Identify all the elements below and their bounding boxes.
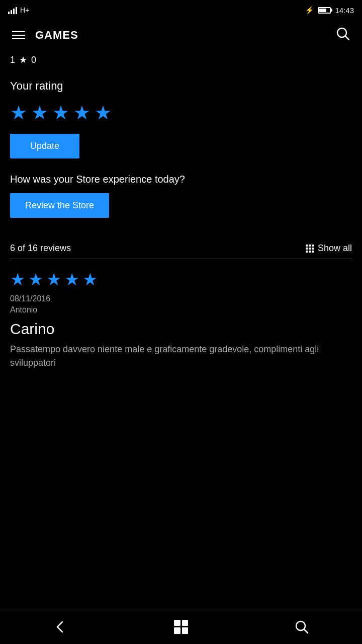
status-right: ⚡ 14:43 <box>305 6 354 15</box>
hamburger-line <box>12 31 25 32</box>
rating-summary: 1 ★ 0 <box>0 50 362 69</box>
hamburger-menu-button[interactable] <box>8 27 29 43</box>
review-star-2: ★ <box>28 269 43 289</box>
your-rating-section: Your rating ★ ★ ★ ★ ★ Update <box>0 69 362 174</box>
charging-icon: ⚡ <box>305 6 314 14</box>
review-body: Passatempo davvero niente male e grafica… <box>10 343 352 370</box>
bottom-navigation <box>0 609 362 644</box>
reviews-count: 6 of 16 reviews <box>10 243 71 254</box>
review-star-1: ★ <box>10 269 25 289</box>
star-4[interactable]: ★ <box>73 102 90 124</box>
review-date: 08/11/2016 <box>10 294 352 303</box>
grid-icon <box>306 245 314 253</box>
app-header: GAMES <box>0 20 362 50</box>
review-title: Carino <box>10 320 352 338</box>
update-rating-button[interactable]: Update <box>10 134 79 158</box>
store-experience-question: How was your Store experience today? <box>0 174 362 185</box>
reviews-header: 6 of 16 reviews Show all <box>0 243 362 254</box>
rating-star-icon: ★ <box>19 54 27 65</box>
back-arrow-icon <box>53 620 67 634</box>
hamburger-line <box>12 35 25 36</box>
show-all-button[interactable]: Show all <box>306 243 352 254</box>
review-author: Antonio <box>10 305 352 314</box>
star-5[interactable]: ★ <box>95 102 112 124</box>
signal-bars-icon <box>8 6 17 14</box>
search-icon <box>336 27 350 41</box>
back-button[interactable] <box>43 615 77 639</box>
page-title: GAMES <box>35 29 332 42</box>
hamburger-line <box>12 38 25 39</box>
status-left: H+ <box>8 6 29 14</box>
review-star-3: ★ <box>46 269 61 289</box>
rating-stars-row[interactable]: ★ ★ ★ ★ ★ <box>10 102 352 124</box>
search-nav-icon <box>295 620 309 634</box>
show-all-label: Show all <box>318 243 352 254</box>
your-rating-label: Your rating <box>10 79 352 93</box>
reviews-divider <box>10 259 352 259</box>
review-star-4: ★ <box>64 269 79 289</box>
review-item: ★ ★ ★ ★ ★ 08/11/2016 Antonio Carino Pass… <box>0 269 362 370</box>
home-button[interactable] <box>164 615 198 639</box>
star-3[interactable]: ★ <box>52 102 69 124</box>
windows-logo-icon <box>174 620 188 634</box>
svg-line-1 <box>345 36 349 40</box>
search-button[interactable] <box>332 23 354 48</box>
review-stars: ★ ★ ★ ★ ★ <box>10 269 352 289</box>
star-2[interactable]: ★ <box>31 102 48 124</box>
network-type: H+ <box>20 6 29 14</box>
search-nav-button[interactable] <box>285 615 319 639</box>
star-1[interactable]: ★ <box>10 102 27 124</box>
rating-number: 1 <box>10 55 15 65</box>
svg-line-3 <box>304 629 308 633</box>
time-display: 14:43 <box>335 6 354 15</box>
review-store-button[interactable]: Review the Store <box>10 193 109 218</box>
status-bar: H+ ⚡ 14:43 <box>0 0 362 20</box>
rating-count: 0 <box>31 55 36 65</box>
review-star-5: ★ <box>82 269 98 289</box>
battery-icon <box>318 7 331 14</box>
